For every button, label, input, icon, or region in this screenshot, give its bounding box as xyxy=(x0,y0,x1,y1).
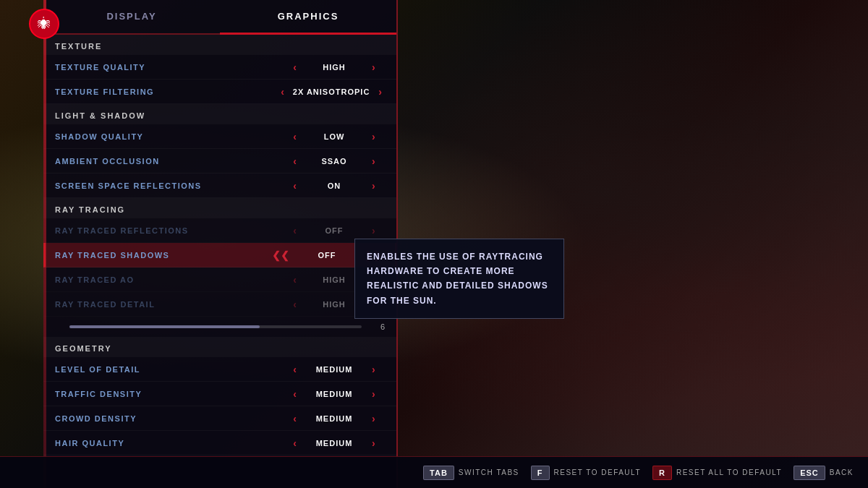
setting-row-rt-shadows[interactable]: RAY TRACED SHADOWS ❮❮ OFF ❯❯ xyxy=(43,243,396,267)
rt-slider-value: 6 xyxy=(370,322,385,331)
rt-reflections-label: RAY TRACED REFLECTIONS xyxy=(55,226,284,235)
traffic-density-value: MEDIUM xyxy=(305,390,363,398)
traffic-density-controls: ‹ MEDIUM › xyxy=(284,388,385,400)
texture-filtering-controls: ‹ 2X ANISOTROPIC › xyxy=(278,86,385,98)
setting-row-texture-filtering[interactable]: TEXTURE FILTERING ‹ 2X ANISOTROPIC › xyxy=(43,80,396,104)
screen-space-reflections-value: ON xyxy=(305,181,363,190)
texture-filtering-left[interactable]: ‹ xyxy=(278,86,287,98)
rt-detail-left[interactable]: ‹ xyxy=(290,299,299,310)
setting-row-rt-reflections[interactable]: RAY TRACED REFLECTIONS ‹ OFF › xyxy=(43,218,396,243)
screen-space-reflections-right[interactable]: › xyxy=(369,180,378,192)
hint-reset-all-label: RESET ALL TO DEFAULT xyxy=(676,468,782,476)
spiderman-logo: 🕷 xyxy=(29,9,59,39)
crowd-density-controls: ‹ MEDIUM › xyxy=(284,413,385,424)
level-of-detail-label: LEVEL OF DETAIL xyxy=(55,365,284,374)
key-tab: TAB xyxy=(423,466,454,480)
setting-row-hair-quality[interactable]: HAIR QUALITY ‹ MEDIUM › xyxy=(43,431,396,455)
ambient-occlusion-right[interactable]: › xyxy=(369,155,378,167)
hint-back: ESC BACK xyxy=(793,466,854,480)
bottom-bar: TAB SWITCH TABS F RESET TO DEFAULT R RES… xyxy=(0,456,868,488)
hint-back-label: BACK xyxy=(830,468,854,476)
rt-shadows-label: RAY TRACED SHADOWS xyxy=(55,251,269,260)
setting-row-ambient-occlusion[interactable]: AMBIENT OCCLUSION ‹ SSAO › xyxy=(43,149,396,174)
key-r: R xyxy=(652,466,672,480)
tabs-container: DISPLAY GRAPHICS xyxy=(43,0,396,35)
texture-filtering-label: TEXTURE FILTERING xyxy=(55,87,278,96)
tooltip-box: ENABLES THE USE OF RAYTRACING HARDWARE T… xyxy=(354,239,564,319)
hair-quality-left[interactable]: ‹ xyxy=(290,437,299,449)
texture-filtering-value: 2X ANISOTROPIC xyxy=(293,87,370,96)
setting-row-texture-quality[interactable]: TEXTURE QUALITY ‹ HIGH › xyxy=(43,55,396,80)
setting-row-level-of-detail[interactable]: LEVEL OF DETAIL ‹ MEDIUM › xyxy=(43,357,396,382)
settings-area[interactable]: TEXTURE TEXTURE QUALITY ‹ HIGH › TEXTURE… xyxy=(43,35,396,456)
level-of-detail-right[interactable]: › xyxy=(369,364,378,375)
ambient-occlusion-label: AMBIENT OCCLUSION xyxy=(55,157,284,166)
key-f: F xyxy=(531,466,550,480)
setting-row-screen-space-reflections[interactable]: SCREEN SPACE REFLECTIONS ‹ ON › xyxy=(43,174,396,198)
menu-panel: DISPLAY GRAPHICS TEXTURE TEXTURE QUALITY… xyxy=(43,0,398,488)
crowd-density-value: MEDIUM xyxy=(305,414,363,423)
crowd-density-right[interactable]: › xyxy=(369,413,378,424)
crowd-density-left[interactable]: ‹ xyxy=(290,413,299,424)
texture-quality-left[interactable]: ‹ xyxy=(290,61,299,73)
rt-reflections-right[interactable]: › xyxy=(369,225,378,236)
tab-display[interactable]: DISPLAY xyxy=(43,0,220,35)
rt-reflections-left[interactable]: ‹ xyxy=(290,225,299,236)
hair-quality-controls: ‹ MEDIUM › xyxy=(284,437,385,449)
shadow-quality-value: LOW xyxy=(305,132,363,141)
shadow-quality-right[interactable]: › xyxy=(369,131,378,142)
traffic-density-right[interactable]: › xyxy=(369,388,378,400)
hint-reset: F RESET TO DEFAULT xyxy=(531,466,641,480)
level-of-detail-left[interactable]: ‹ xyxy=(290,364,299,375)
rt-slider-fill xyxy=(69,325,260,328)
shadow-quality-controls: ‹ LOW › xyxy=(284,131,385,142)
hair-quality-label: HAIR QUALITY xyxy=(55,439,284,448)
rt-slider-track[interactable] xyxy=(69,325,362,328)
screen-space-reflections-controls: ‹ ON › xyxy=(284,180,385,192)
section-header-light-shadow: LIGHT & SHADOW xyxy=(43,104,396,124)
shadow-quality-label: SHADOW QUALITY xyxy=(55,132,284,141)
setting-row-shadow-quality[interactable]: SHADOW QUALITY ‹ LOW › xyxy=(43,124,396,149)
setting-row-rt-ao[interactable]: RAY TRACED AO ‹ HIGH › xyxy=(43,267,396,292)
texture-filtering-right[interactable]: › xyxy=(375,86,385,98)
section-header-ray-tracing: RAY TRACING xyxy=(43,198,396,218)
key-esc: ESC xyxy=(793,466,825,480)
level-of-detail-value: MEDIUM xyxy=(305,365,363,374)
left-accent-bar xyxy=(43,0,46,488)
rt-ao-left[interactable]: ‹ xyxy=(290,274,299,286)
ambient-occlusion-value: SSAO xyxy=(305,157,363,166)
shadow-quality-left[interactable]: ‹ xyxy=(290,131,299,142)
level-of-detail-controls: ‹ MEDIUM › xyxy=(284,364,385,375)
setting-row-rt-detail[interactable]: RAY TRACED DETAIL ‹ HIGH › xyxy=(43,292,396,317)
rt-shadows-value: OFF xyxy=(298,251,356,260)
hint-reset-label: RESET TO DEFAULT xyxy=(554,468,642,476)
tooltip-text: ENABLES THE USE OF RAYTRACING HARDWARE T… xyxy=(367,252,548,306)
rt-shadows-left[interactable]: ❮❮ xyxy=(269,249,292,261)
hint-tab-label: SWITCH TABS xyxy=(459,468,519,476)
hair-quality-value: MEDIUM xyxy=(305,439,363,448)
tab-graphics[interactable]: GRAPHICS xyxy=(220,0,396,35)
screen-space-reflections-label: SCREEN SPACE REFLECTIONS xyxy=(55,181,284,190)
rt-slider-row[interactable]: 6 xyxy=(43,317,396,337)
ambient-occlusion-left[interactable]: ‹ xyxy=(290,155,299,167)
texture-quality-label: TEXTURE QUALITY xyxy=(55,63,284,72)
traffic-density-label: TRAFFIC DENSITY xyxy=(55,390,284,398)
hint-tab: TAB SWITCH TABS xyxy=(423,466,519,480)
hair-quality-right[interactable]: › xyxy=(369,437,378,449)
hint-reset-all: R RESET ALL TO DEFAULT xyxy=(652,466,782,480)
spider-icon: 🕷 xyxy=(38,17,51,30)
rt-reflections-value: OFF xyxy=(305,226,363,235)
setting-row-crowd-density[interactable]: CROWD DENSITY ‹ MEDIUM › xyxy=(43,406,396,431)
rt-ao-label: RAY TRACED AO xyxy=(55,275,284,284)
setting-row-traffic-density[interactable]: TRAFFIC DENSITY ‹ MEDIUM › xyxy=(43,382,396,406)
texture-quality-right[interactable]: › xyxy=(369,61,378,73)
section-header-geometry: GEOMETRY xyxy=(43,337,396,357)
rt-detail-label: RAY TRACED DETAIL xyxy=(55,300,284,309)
rt-reflections-controls: ‹ OFF › xyxy=(284,225,385,236)
screen-space-reflections-left[interactable]: ‹ xyxy=(290,180,299,192)
crowd-density-label: CROWD DENSITY xyxy=(55,414,284,423)
texture-quality-controls: ‹ HIGH › xyxy=(284,61,385,73)
ambient-occlusion-controls: ‹ SSAO › xyxy=(284,155,385,167)
section-header-texture: TEXTURE xyxy=(43,35,396,55)
traffic-density-left[interactable]: ‹ xyxy=(290,388,299,400)
